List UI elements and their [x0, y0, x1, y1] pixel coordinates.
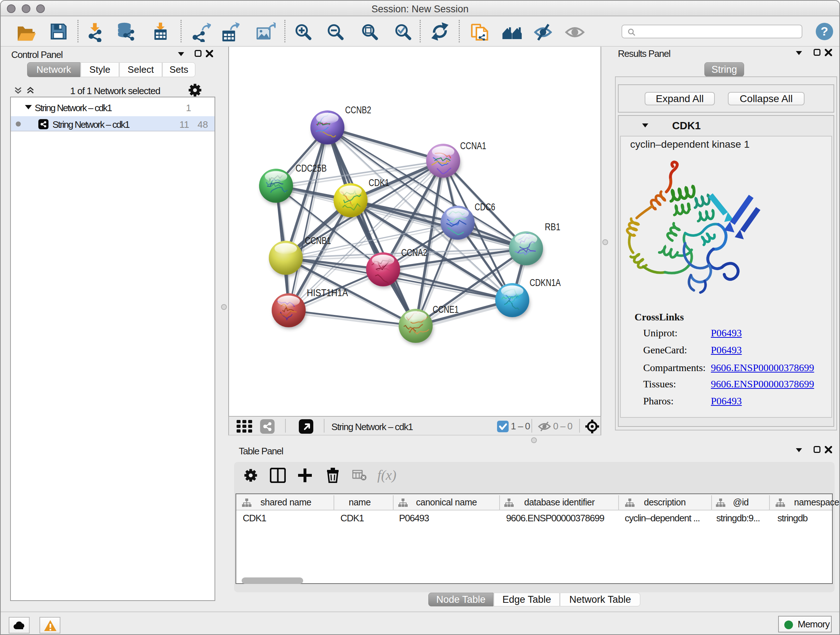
svg-text:CDK1: CDK1	[369, 177, 389, 188]
svg-text:CCNA2: CCNA2	[401, 247, 427, 258]
svg-text:CDC6: CDC6	[475, 202, 495, 212]
svg-text:CCNE1: CCNE1	[433, 304, 459, 315]
svg-text:CCNA1: CCNA1	[460, 141, 486, 151]
svg-text:RB1: RB1	[545, 222, 561, 233]
svg-text:HIST1H1A: HIST1H1A	[307, 287, 348, 298]
svg-text:CCNB2: CCNB2	[345, 105, 371, 116]
svg-text:CDC25B: CDC25B	[295, 163, 327, 174]
svg-text:CDKN1A: CDKN1A	[530, 277, 561, 288]
svg-text:CCNB1: CCNB1	[305, 235, 331, 246]
svg-text:?: ?	[821, 24, 829, 38]
